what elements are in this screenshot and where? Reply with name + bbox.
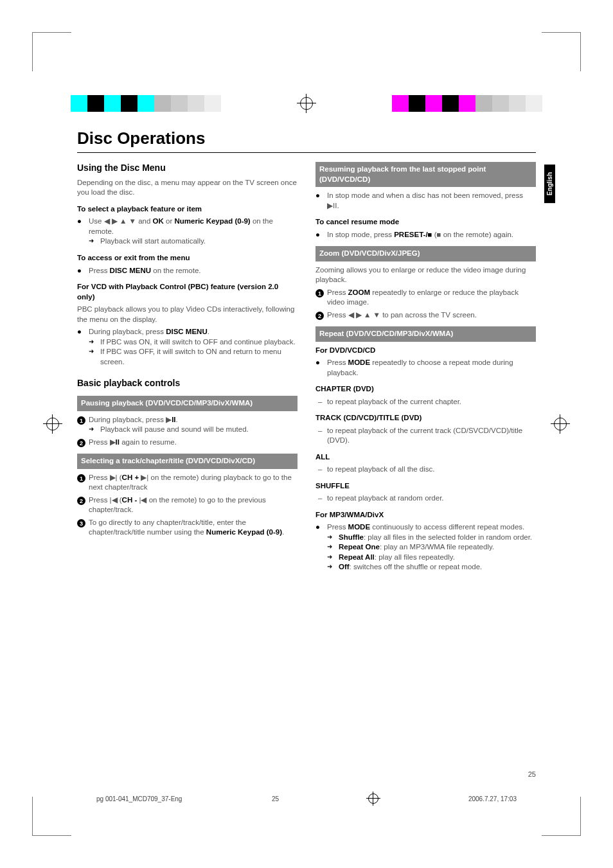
registration-target-left xyxy=(46,418,59,430)
text-bold: CH + xyxy=(122,474,139,481)
text: Press |◀ ( xyxy=(89,496,122,504)
arrow-note: Repeat All: play all files repeatedly. xyxy=(327,553,536,563)
arrow-note: Playback will pause and sound will be mu… xyxy=(89,425,298,435)
column-right: Resuming playback from the last stopped … xyxy=(315,162,536,575)
column-left: Using the Disc Menu Depending on the dis… xyxy=(77,162,298,575)
bullet-item: ● Press MODE repeatedly to choose a repe… xyxy=(315,358,536,378)
text: (■ on the remote) again. xyxy=(432,231,513,238)
bullet-item: ● In stop mode, press PRESET-/■ (■ on th… xyxy=(315,230,536,240)
text-bold: ZOOM xyxy=(348,288,371,296)
footer-page: 25 xyxy=(272,795,279,802)
text: : play all files in the selected folder … xyxy=(364,533,532,541)
text-bold: PRESET-/■ xyxy=(394,231,432,238)
bullet-item: ● In stop mode and when a disc has not b… xyxy=(315,191,536,211)
bullet-item: ● Press MODE continuously to access diff… xyxy=(315,522,536,572)
page-content: Disc Operations Using the Disc Menu Depe… xyxy=(77,128,536,759)
dash-item: to repeat playback of all the disc. xyxy=(315,465,536,475)
text: During playback, press ▶ xyxy=(89,416,172,423)
heading-cancel-resume: To cancel resume mode xyxy=(315,217,536,227)
heading-vcd-pbc: For VCD with Playback Control (PBC) feat… xyxy=(77,282,298,302)
page-title: Disc Operations xyxy=(77,128,536,148)
subhead-repeat: Repeat (DVD/VCD/CD/MP3/DivX/WMA) xyxy=(315,326,536,342)
arrow-note: If PBC was ON, it will switch to OFF and… xyxy=(89,337,298,348)
arrow-note: Playback will start automatically. xyxy=(89,236,298,247)
registration-target-icon xyxy=(368,793,378,804)
text: : play an MP3/WMA file repeatedly. xyxy=(380,543,494,551)
dash-item: to repeat playback of the current chapte… xyxy=(315,397,536,407)
text: continuously to access different repeat … xyxy=(370,523,524,531)
text: Press ◀ ▶ ▲ ▼ to pan across the TV scree… xyxy=(327,310,536,321)
registration-target-icon xyxy=(300,97,313,110)
paragraph: PBC playback allows you to play Video CD… xyxy=(77,305,298,324)
text-bold: Shuffle xyxy=(339,533,364,541)
heading-track-title: TRACK (CD/VCD)/TITLE (DVD) xyxy=(315,413,536,423)
text: Use ◀ ▶ ▲ ▼ and xyxy=(89,217,153,225)
text: on the remote. xyxy=(151,267,200,274)
colorbar-magenta xyxy=(392,95,542,112)
text: : switches off the shuffle or repeat mod… xyxy=(350,563,483,571)
arrow-note: Shuffle: play all files in the selected … xyxy=(327,533,536,543)
title-rule xyxy=(77,152,536,153)
text: . xyxy=(208,328,209,335)
text: In stop mode, press xyxy=(327,231,394,238)
paragraph: Depending on the disc, a menu may appear… xyxy=(77,178,298,198)
heading-select-feature: To select a playback feature or item xyxy=(77,204,298,215)
heading-basic-playback: Basic playback controls xyxy=(77,377,298,389)
step-1: 1 Press ZOOM repeatedly to enlarge or re… xyxy=(315,288,536,308)
text-bold: MODE xyxy=(348,359,371,366)
text: Press ▶ xyxy=(89,438,116,446)
text: . xyxy=(176,416,178,423)
subhead-resuming: Resuming playback from the last stopped … xyxy=(315,162,536,187)
paragraph: Zooming allows you to enlarge or reduce … xyxy=(315,265,536,285)
footer-timestamp: 2006.7.27, 17:03 xyxy=(468,795,517,802)
text-bold: CH - xyxy=(122,496,138,504)
step-1: 1 During playback, press ▶II. Playback w… xyxy=(77,415,298,435)
page-number: 25 xyxy=(528,770,536,778)
language-tab: English xyxy=(544,164,555,203)
subhead-pausing: Pausing playback (DVD/VCD/CD/MP3/DivX/WM… xyxy=(77,396,298,411)
text: or xyxy=(164,217,175,225)
step-2: 2 Press ◀ ▶ ▲ ▼ to pan across the TV scr… xyxy=(315,310,536,321)
colorbar-cyan xyxy=(71,95,221,112)
step-1: 1 Press ▶| (CH + ▶| on the remote) durin… xyxy=(77,473,298,493)
registration-target-right xyxy=(554,418,567,430)
subhead-selecting-track: Selecting a track/chapter/title (DVD/VCD… xyxy=(77,454,298,469)
text: In stop mode and when a disc has not bee… xyxy=(327,191,536,211)
dash-item: to repeat playback at random order. xyxy=(315,493,536,504)
text-bold: DISC MENU xyxy=(110,267,152,274)
heading-chapter: CHAPTER (DVD) xyxy=(315,384,536,394)
text: Press xyxy=(89,267,110,274)
bullet-item: ● Use ◀ ▶ ▲ ▼ and OK or Numeric Keypad (… xyxy=(77,217,298,247)
heading-access-exit: To access or exit from the menu xyxy=(77,253,298,263)
text-bold: Repeat All xyxy=(339,553,375,561)
dash-item: to repeat playback of the current track … xyxy=(315,426,536,446)
heading-using-disc-menu: Using the Disc Menu xyxy=(77,162,298,174)
text-bold: Numeric Keypad (0-9) xyxy=(206,528,282,536)
text-bold: MODE xyxy=(348,523,371,531)
text: again to resume. xyxy=(120,438,177,446)
text: During playback, press xyxy=(89,328,166,335)
step-2: 2 Press ▶II again to resume. xyxy=(77,438,298,448)
arrow-note: If PBC was OFF, it will switch to ON and… xyxy=(89,347,298,367)
text-bold: Off xyxy=(339,563,350,571)
arrow-note: Off: switches off the shuffle or repeat … xyxy=(327,562,536,572)
heading-for-mp3: For MP3/WMA/DivX xyxy=(315,510,536,520)
text: : play all files repeatedly. xyxy=(375,553,455,561)
text: Press ▶| ( xyxy=(89,474,122,481)
heading-shuffle: SHUFFLE xyxy=(315,481,536,492)
text: Press xyxy=(327,288,348,296)
text-bold: Numeric Keypad (0-9) xyxy=(174,217,250,225)
step-2: 2 Press |◀ (CH - |◀ on the remote) to go… xyxy=(77,495,298,515)
bullet-item: ● Press DISC MENU on the remote. xyxy=(77,266,298,276)
text-bold: DISC MENU xyxy=(166,328,208,335)
text: Press xyxy=(327,523,348,531)
heading-for-dvd-vcd-cd: For DVD/VCD/CD xyxy=(315,346,536,356)
subhead-zoom: Zoom (DVD/VCD/DivX/JPEG) xyxy=(315,246,536,261)
text: Press xyxy=(327,359,348,366)
bullet-item: ● During playback, press DISC MENU. If P… xyxy=(77,327,298,367)
registration-row-top xyxy=(0,95,613,112)
text-bold: Repeat One xyxy=(339,543,380,551)
footer: pg 001-041_MCD709_37-Eng 25 2006.7.27, 1… xyxy=(96,793,517,804)
arrow-note: Repeat One: play an MP3/WMA file repeate… xyxy=(327,542,536,553)
footer-filename: pg 001-041_MCD709_37-Eng xyxy=(96,795,182,802)
